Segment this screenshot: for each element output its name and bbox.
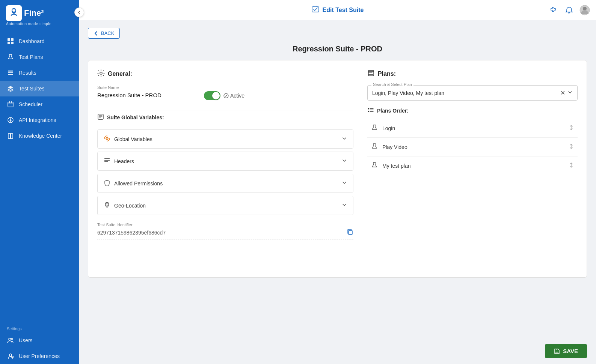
sidebar-item-label: Users (19, 337, 33, 343)
svg-point-12 (11, 338, 13, 340)
sidebar-item-test-plans[interactable]: Test Plans (0, 49, 79, 65)
calendar-icon (7, 101, 14, 108)
sidebar-item-label: Test Plans (19, 54, 43, 60)
chevron-down-icon[interactable] (567, 90, 573, 96)
plans-order-label: Plans Order: (377, 108, 409, 114)
plans-icon (367, 69, 375, 78)
edit-suite-icon (311, 5, 320, 15)
identifier-section: Test Suite Identifier 6297137159862395ef… (97, 223, 353, 239)
plans-search-label: Search & Select Plan (371, 82, 413, 87)
user-avatar[interactable] (579, 5, 590, 15)
svg-point-18 (100, 72, 102, 74)
svg-rect-9 (8, 102, 13, 107)
global-var-icon (104, 135, 110, 143)
sidebar-item-label: API Integrations (19, 117, 56, 123)
back-button[interactable]: BACK (88, 28, 120, 39)
book-icon (7, 132, 14, 140)
back-button-label: BACK (101, 30, 114, 36)
sidebar-item-label: Dashboard (19, 38, 45, 44)
grid-icon (7, 38, 14, 45)
plan-flask-icon (371, 124, 378, 132)
sidebar-item-label: Results (19, 70, 36, 76)
top-bar: Edit Test Suite (79, 0, 596, 20)
svg-rect-23 (104, 160, 110, 161)
plans-search-icons: ✕ (560, 89, 573, 96)
top-bar-icons (548, 5, 590, 15)
sidebar-item-api-integrations[interactable]: API Integrations (0, 112, 79, 128)
sidebar-item-users[interactable]: Users (0, 332, 79, 348)
svg-point-17 (583, 7, 587, 11)
sort-icon[interactable] (569, 162, 574, 170)
svg-rect-30 (368, 111, 369, 112)
accordion-headers-label: Headers (114, 158, 134, 164)
copy-icon[interactable] (347, 229, 353, 237)
svg-rect-32 (556, 349, 557, 350)
accordion-global-variables-label: Global Variables (114, 136, 152, 142)
sidebar-item-test-suites[interactable]: Test Suites (0, 81, 79, 96)
header-title-area: Edit Test Suite (311, 5, 364, 15)
save-button[interactable]: SAVE (545, 344, 587, 358)
identifier-value: 6297137159862395ef686cd7 (97, 230, 166, 236)
sidebar-item-knowledge-center[interactable]: Knowledge Center (0, 128, 79, 144)
logo-text: Fine² (24, 9, 44, 17)
accordion-allowed-permissions: Allowed Permissions (97, 174, 353, 193)
accordion-headers-header[interactable]: Headers (98, 152, 353, 170)
plan-my-test-plan-label: My test plan (382, 163, 410, 169)
plans-search-value: Login, Play Video, My test plan (372, 90, 444, 96)
plan-login-label: Login (382, 125, 395, 131)
accordion-geo-location-header[interactable]: Geo-Location (98, 196, 353, 215)
suite-name-label: Suite Name (97, 85, 195, 90)
sidebar-item-scheduler[interactable]: Scheduler (0, 96, 79, 112)
logo-area: Fine² Automation made simple (0, 0, 79, 30)
svg-point-11 (9, 338, 11, 340)
identifier-row: 6297137159862395ef686cd7 (97, 229, 353, 239)
accordion-headers: Headers (97, 152, 353, 171)
sort-icon[interactable] (569, 125, 574, 132)
flask-icon (7, 53, 14, 61)
plan-play-video-label: Play Video (382, 144, 407, 150)
user-pref-icon (7, 352, 14, 360)
accordion-allowed-permissions-header[interactable]: Allowed Permissions (98, 174, 353, 193)
geo-icon (104, 202, 110, 209)
active-toggle[interactable] (204, 91, 220, 100)
suite-name-input[interactable] (97, 91, 195, 100)
clear-icon[interactable]: ✕ (560, 89, 565, 96)
global-variables-section-header: Suite Global Variables: (97, 110, 353, 124)
bell-icon[interactable] (564, 5, 574, 15)
svg-rect-28 (368, 108, 369, 109)
svg-point-13 (9, 354, 12, 356)
gear-icon (97, 69, 105, 78)
plan-flask-icon (371, 143, 378, 151)
permissions-icon (104, 179, 110, 187)
chevron-down-icon (342, 202, 347, 209)
plans-label: Plans: (378, 71, 396, 77)
sidebar-item-label: User Preferences (19, 353, 60, 359)
accordion-global-variables-header[interactable]: Global Variables (98, 130, 353, 148)
sidebar-item-label: Scheduler (19, 101, 42, 107)
nav-list: Dashboard Test Plans Results Test Suites… (0, 33, 79, 321)
identifier-label: Test Suite Identifier (97, 223, 353, 227)
sidebar-item-label: Test Suites (19, 86, 44, 92)
list-icon (7, 69, 14, 77)
sort-icon[interactable] (569, 143, 574, 151)
accordion-global-variables: Global Variables (97, 129, 353, 149)
edit-panel: General: Suite Name Active (88, 60, 587, 278)
plans-order-icon (367, 107, 374, 114)
suite-name-field: Suite Name (97, 85, 195, 100)
sidebar-item-label: Knowledge Center (19, 133, 62, 139)
sidebar-item-dashboard[interactable]: Dashboard (0, 33, 79, 49)
api-icon (7, 116, 14, 124)
chevron-down-icon (342, 136, 347, 143)
logo-icon (6, 5, 22, 21)
sidebar-collapse-button[interactable] (74, 8, 84, 17)
accordion-allowed-permissions-label: Allowed Permissions (114, 180, 163, 187)
plans-search-box[interactable]: Search & Select Plan Login, Play Video, … (367, 85, 578, 101)
chevron-down-icon (342, 158, 347, 165)
svg-rect-29 (368, 110, 369, 110)
svg-rect-5 (11, 42, 14, 44)
sidebar-item-user-preferences[interactable]: User Preferences (0, 348, 79, 364)
svg-rect-26 (349, 230, 352, 235)
sidebar-item-results[interactable]: Results (0, 65, 79, 81)
svg-rect-3 (11, 38, 14, 41)
puzzle-icon[interactable] (548, 5, 558, 15)
